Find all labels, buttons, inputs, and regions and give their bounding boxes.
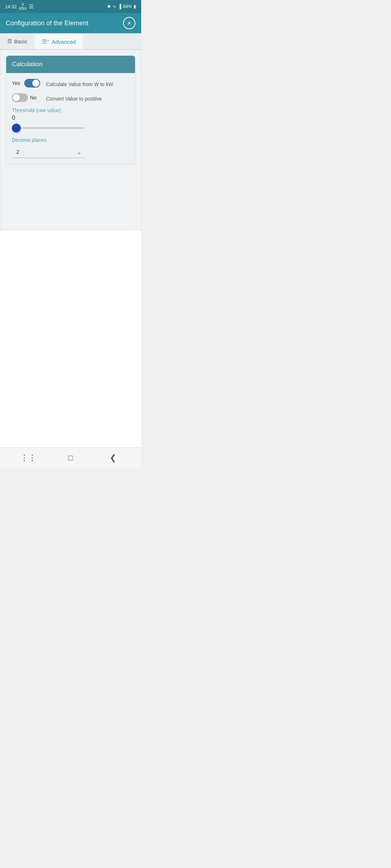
toggle-no-wrap: No	[12, 93, 40, 102]
card-body: Yes Calculate Value from W to kW	[6, 73, 135, 164]
signal-icon: ▐	[118, 4, 121, 9]
bottom-empty-area	[0, 230, 141, 447]
recent-apps-icon: ⋮⋮	[20, 453, 36, 463]
back-button[interactable]: ❮	[105, 450, 121, 466]
threshold-input[interactable]	[12, 115, 34, 121]
bluetooth-icon: ✱	[107, 4, 111, 9]
page-title: Configuration of the Element	[6, 20, 88, 27]
toggle-yes-label: Yes	[12, 80, 22, 86]
time-display: 14:32	[5, 4, 17, 9]
toggle-yes-track	[24, 79, 40, 88]
status-right: ✱ ∿ ▐ 84% ▮	[107, 4, 136, 9]
toggle-no-label: No	[30, 95, 40, 101]
status-left: 14:32 0KB/s ☰	[5, 3, 34, 10]
tab-basic-label: Basic	[14, 38, 28, 44]
toggle-no-row: No Convert Value to positive	[12, 93, 129, 103]
toggle-no-description-area: Convert Value to positive	[46, 93, 129, 103]
back-icon: ❮	[110, 453, 116, 463]
toggle-yes-description: Calculate Value from W to kW	[46, 81, 113, 87]
toggle-yes-thumb	[32, 80, 39, 87]
decimal-select-wrap: 0 1 2 3 4 ⌄	[12, 146, 84, 158]
battery-icon: ▮	[134, 4, 136, 9]
battery-display: 84%	[123, 4, 132, 9]
app-header: Configuration of the Element ×	[0, 13, 141, 33]
threshold-section: Threshold (raw value)	[12, 107, 129, 131]
main-content: Calculation Yes Calculate Value from W t…	[0, 50, 141, 230]
calculation-card: Calculation Yes Calculate Value from W t…	[6, 56, 135, 164]
decimal-places-label: Decimal places	[12, 137, 129, 143]
tab-basic[interactable]: ☰ Basic	[0, 33, 35, 49]
advanced-icon: ☰⁺	[42, 38, 50, 45]
home-button[interactable]: □	[63, 450, 79, 466]
recent-apps-button[interactable]: ⋮⋮	[20, 450, 36, 466]
wifi-icon: ∿	[113, 4, 116, 9]
toggle-no-thumb	[13, 94, 20, 101]
home-icon: □	[68, 453, 73, 463]
toggle-yes-switch[interactable]	[24, 79, 40, 88]
slider-container	[12, 123, 129, 131]
tab-bar: ☰ Basic ☰⁺ Advanced	[0, 33, 141, 50]
toggle-no-switch[interactable]	[12, 93, 28, 102]
card-title: Calculation	[12, 61, 42, 68]
decimal-places-section: Decimal places 0 1 2 3 4 ⌄	[12, 137, 129, 158]
toggle-yes-description-area: Calculate Value from W to kW	[46, 79, 129, 88]
toggle-no-description: Convert Value to positive	[46, 96, 102, 102]
threshold-slider[interactable]	[12, 127, 84, 129]
basic-list-icon: ☰	[7, 38, 12, 44]
hamburger-icon: ☰	[29, 4, 34, 9]
card-header: Calculation	[6, 56, 135, 73]
tab-advanced-label: Advanced	[52, 39, 76, 45]
threshold-label: Threshold (raw value)	[12, 107, 129, 113]
toggle-yes-wrap: Yes	[12, 79, 40, 88]
toggle-no-track	[12, 93, 28, 102]
tab-advanced[interactable]: ☰⁺ Advanced	[35, 33, 83, 49]
toggle-yes-row: Yes Calculate Value from W to kW	[12, 79, 129, 88]
decimal-places-select[interactable]: 0 1 2 3 4	[12, 146, 84, 158]
close-button[interactable]: ×	[123, 17, 135, 29]
network-speed: 0KB/s	[19, 3, 27, 10]
status-bar: 14:32 0KB/s ☰ ✱ ∿ ▐ 84% ▮	[0, 0, 141, 13]
navigation-bar: ⋮⋮ □ ❮	[0, 447, 141, 468]
